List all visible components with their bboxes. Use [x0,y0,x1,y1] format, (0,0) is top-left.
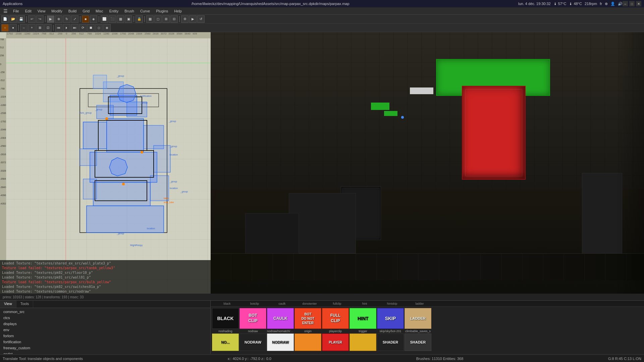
texture-item-ctcs[interactable]: ctcs [1,315,210,321]
swatch-nodraw-yellow[interactable]: NO... [212,334,239,351]
texture-list-panel: View Tools common_src ctcs displays env … [0,301,211,354]
anim-button[interactable]: ◇ [95,24,103,32]
menu-item-help[interactable]: Help [171,8,184,14]
anim2-button[interactable]: ◈ [103,24,111,32]
viewport-3d[interactable] [211,32,644,294]
zoom-out[interactable]: – [20,24,28,32]
zoom-fit[interactable]: ⊠ [36,24,44,32]
brush-tool[interactable]: ■ [82,15,89,23]
stop-button[interactable]: ⏹ [87,24,95,32]
menu-item-entity[interactable]: Entity [107,8,121,14]
texture-item-env[interactable]: env [1,327,210,333]
svg-rect-10 [97,105,113,119]
app-menu-button[interactable]: Applications [3,2,22,6]
swatch-row-1: BLACK noshading BOTCLIP nodraw CAULK nod… [212,308,643,333]
viewport-stats: prims: 10163 | states: 128 | transforms:… [3,295,84,299]
texture-item-fortification[interactable]: fortification [1,339,210,345]
swatch-hint[interactable]: HINT trigger [350,308,376,333]
redo-button[interactable]: ↪ [36,15,44,23]
next-frame[interactable]: ⏭ [71,24,78,32]
zoom-in[interactable]: + [28,24,36,32]
view-2d[interactable]: ▦ [146,15,154,23]
undo-button[interactable]: ↩ [28,15,36,23]
user-icon: 👤 [610,2,615,6]
map-svg[interactable]: _group _group func_group _group location… [6,38,211,294]
compile-button[interactable]: ⚙ [181,15,189,23]
swatch-yellow2[interactable] [350,334,376,351]
rotate-button[interactable]: ↻ [63,15,70,23]
menu-item-grid[interactable]: Grid [80,8,92,14]
tab-view[interactable]: View [0,301,16,308]
log-line: Texture load failed: "textures/parpax_sr… [2,266,209,270]
swatch-ladder[interactable]: LADDER climbable_saves_s [405,308,431,333]
menu-item-misc[interactable]: Misc [93,8,106,14]
green-box-small-1 [371,103,389,110]
log-line: Loaded Texture: "textures/pk02_src/floor… [2,270,209,275]
tab-tools[interactable]: Tools [16,301,34,308]
new-button[interactable]: 📄 [1,15,9,23]
view-camera[interactable]: ⊟ [170,15,178,23]
csg-union[interactable]: ⬜ [101,15,108,23]
swatch-nodraw-light[interactable]: NODRAW [267,334,294,351]
loop-button[interactable]: ⟳ [79,24,87,32]
save-button[interactable]: 💾 [17,15,25,23]
view-split[interactable]: ⊞ [162,15,170,23]
swatch-black[interactable]: BLACK noshading [212,308,239,333]
texture-lock[interactable]: 🔒 [136,15,143,23]
play-button[interactable]: ⏵ [63,24,70,32]
swatch-shader-dark[interactable]: SHADER [377,334,404,351]
swatch-hintskip[interactable]: SKIP skip/sky/bot-201 [377,308,404,333]
menu-item-file[interactable]: File [10,8,22,14]
swatch-shader-med[interactable]: SHADER [405,334,431,351]
zoom-selected[interactable]: ⊡ [44,24,52,32]
texture-item-common-src[interactable]: common_src [1,309,210,315]
csg-intersect[interactable]: ▦ [117,15,124,23]
titlebar-right: lun. 4 déc. 19:30:32 🌡 57°C 🌡 48°C 218rp… [518,2,623,6]
right-wall-shadow [617,32,644,294]
close-button[interactable]: ✕ [636,1,641,6]
viewport-2d[interactable]: -1792 -1536 -1280 -1024 -768 -512 -256 0… [0,32,211,294]
toolbar-row-1: 📄 📂 💾 ↩ ↪ ▶ ⊕ ↻ ⤢ ■ ◈ ⬜ ⬛ ▦ ▣ 🔒 ▦ ◻ ⊞ ⊟ … [0,15,644,23]
texture-item-godot[interactable]: godot [1,351,210,354]
swatch-botclip[interactable]: BOTCLIP nodraw [239,308,266,333]
swatch-nodraw-dark[interactable]: NODRAW [239,334,266,351]
texture-item-displays[interactable]: displays [1,321,210,327]
swatch-donotenter[interactable]: BOTDO NOTENTER origin [294,308,321,333]
csg-subtract[interactable]: ⬛ [109,15,116,23]
snap-grid[interactable]: ● [9,24,17,32]
texture-item-forlorn[interactable]: forlorn [1,333,210,339]
menu-item-build[interactable]: Build [66,8,79,14]
run-button[interactable]: ▶ [189,15,197,23]
open-button[interactable]: 📂 [9,15,17,23]
swatch-playerclip[interactable]: PLAYER [322,334,349,351]
red-box-detail [465,89,522,176]
gpu-temp: 🌡 48°C [569,2,582,6]
snap-button[interactable]: ○ [1,24,9,32]
refresh-button[interactable]: ↺ [197,15,205,23]
menu-item-plugins[interactable]: Plugins [153,8,171,14]
texture-item-freeway-custom[interactable]: freeway_custom [1,345,210,351]
svg-rect-12 [83,122,107,149]
swatch-orange[interactable] [294,334,321,351]
swatch-caulk[interactable]: CAULK nodraw/nomatch/soli [267,308,294,333]
scale-button[interactable]: ⤢ [71,15,78,23]
menu-item-curve[interactable]: Curve [138,8,153,14]
prev-frame[interactable]: ⏮ [55,24,62,32]
maximize-button[interactable]: □ [629,1,635,6]
minimize-button[interactable]: – [623,1,628,6]
menu-item-modify[interactable]: Modify [49,8,65,14]
swatch-fullclip[interactable]: FULLCLIP playerclip [322,308,349,333]
view-3d[interactable]: ◻ [154,15,162,23]
hamburger-menu[interactable]: ☰ [1,8,10,14]
svg-text:func_group: func_group [80,112,92,114]
entity-tool[interactable]: ◈ [90,15,97,23]
header-donotenter: donotenter [296,302,323,305]
log-line: Loaded Texture: "textures/pk01_src/wall0… [2,275,209,280]
translate-button[interactable]: ⊕ [55,15,62,23]
select-button[interactable]: ▶ [47,15,54,23]
ruler-top: -1792 -1536 -1280 -1024 -768 -512 -256 0… [6,32,211,38]
menu-item-brush[interactable]: Brush [122,8,137,14]
menu-item-view[interactable]: View [35,8,48,14]
menu-item-edit[interactable]: Edit [22,8,34,14]
csg-hollow[interactable]: ▣ [125,15,132,23]
